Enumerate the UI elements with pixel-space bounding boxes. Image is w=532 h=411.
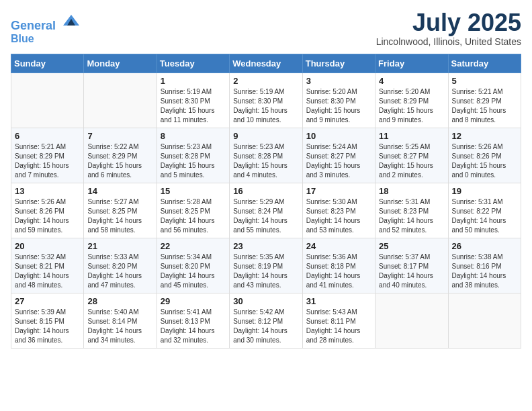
calendar-cell: 3Sunrise: 5:20 AMSunset: 8:30 PMDaylight…: [302, 73, 375, 128]
day-info: Sunrise: 5:38 AMSunset: 8:16 PMDaylight:…: [452, 253, 517, 290]
day-info: Sunrise: 5:40 AMSunset: 8:14 PMDaylight:…: [87, 308, 152, 345]
calendar-cell: 25Sunrise: 5:37 AMSunset: 8:17 PMDayligh…: [375, 238, 448, 293]
calendar-week-1: 1Sunrise: 5:19 AMSunset: 8:30 PMDaylight…: [11, 73, 521, 128]
day-number: 4: [379, 76, 444, 86]
day-info: Sunrise: 5:22 AMSunset: 8:29 PMDaylight:…: [87, 142, 152, 180]
day-info: Sunrise: 5:37 AMSunset: 8:17 PMDaylight:…: [379, 253, 444, 290]
calendar-week-5: 27Sunrise: 5:39 AMSunset: 8:15 PMDayligh…: [11, 293, 521, 349]
day-number: 18: [379, 186, 444, 196]
col-header-tuesday: Tuesday: [157, 54, 229, 73]
col-header-sunday: Sunday: [11, 54, 84, 73]
day-number: 9: [233, 131, 298, 141]
day-number: 12: [452, 131, 517, 141]
day-info: Sunrise: 5:25 AMSunset: 8:27 PMDaylight:…: [379, 142, 444, 180]
logo-blue: Blue: [11, 33, 81, 45]
logo: General Blue: [11, 11, 81, 44]
day-number: 7: [87, 131, 152, 141]
calendar-cell: 22Sunrise: 5:34 AMSunset: 8:20 PMDayligh…: [157, 238, 229, 293]
day-info: Sunrise: 5:26 AMSunset: 8:26 PMDaylight:…: [15, 197, 80, 235]
day-number: 24: [306, 241, 371, 251]
day-number: 6: [15, 131, 80, 141]
calendar-cell: [448, 293, 521, 349]
day-number: 30: [233, 296, 298, 306]
day-number: 21: [87, 241, 152, 251]
day-number: 27: [15, 296, 80, 306]
location: Lincolnwood, Illinois, United States: [376, 36, 521, 47]
calendar-cell: 14Sunrise: 5:27 AMSunset: 8:25 PMDayligh…: [84, 183, 157, 238]
day-info: Sunrise: 5:21 AMSunset: 8:29 PMDaylight:…: [452, 87, 517, 125]
day-number: 17: [306, 186, 371, 196]
calendar-cell: 4Sunrise: 5:20 AMSunset: 8:29 PMDaylight…: [375, 73, 448, 128]
calendar-cell: 9Sunrise: 5:23 AMSunset: 8:28 PMDaylight…: [230, 128, 302, 183]
day-info: Sunrise: 5:30 AMSunset: 8:23 PMDaylight:…: [306, 197, 371, 235]
calendar-cell: 1Sunrise: 5:19 AMSunset: 8:30 PMDaylight…: [157, 73, 229, 128]
day-info: Sunrise: 5:29 AMSunset: 8:24 PMDaylight:…: [233, 197, 298, 235]
calendar-cell: 6Sunrise: 5:21 AMSunset: 8:29 PMDaylight…: [11, 128, 84, 183]
calendar-cell: 18Sunrise: 5:31 AMSunset: 8:23 PMDayligh…: [375, 183, 448, 238]
day-number: 15: [161, 186, 226, 196]
calendar-cell: 15Sunrise: 5:28 AMSunset: 8:25 PMDayligh…: [157, 183, 229, 238]
day-info: Sunrise: 5:42 AMSunset: 8:12 PMDaylight:…: [233, 308, 298, 345]
calendar-week-2: 6Sunrise: 5:21 AMSunset: 8:29 PMDaylight…: [11, 128, 521, 183]
calendar-cell: 27Sunrise: 5:39 AMSunset: 8:15 PMDayligh…: [11, 293, 84, 349]
day-info: Sunrise: 5:23 AMSunset: 8:28 PMDaylight:…: [161, 142, 226, 180]
day-info: Sunrise: 5:43 AMSunset: 8:11 PMDaylight:…: [306, 308, 371, 345]
calendar-cell: 19Sunrise: 5:31 AMSunset: 8:22 PMDayligh…: [448, 183, 521, 238]
calendar-cell: 29Sunrise: 5:41 AMSunset: 8:13 PMDayligh…: [157, 293, 229, 349]
calendar-cell: 2Sunrise: 5:19 AMSunset: 8:30 PMDaylight…: [230, 73, 302, 128]
logo-text: General: [11, 11, 81, 33]
calendar-cell: 28Sunrise: 5:40 AMSunset: 8:14 PMDayligh…: [84, 293, 157, 349]
day-info: Sunrise: 5:31 AMSunset: 8:23 PMDaylight:…: [379, 197, 444, 235]
day-info: Sunrise: 5:36 AMSunset: 8:18 PMDaylight:…: [306, 253, 371, 290]
day-number: 31: [306, 296, 371, 306]
day-number: 1: [161, 76, 226, 86]
calendar-week-3: 13Sunrise: 5:26 AMSunset: 8:26 PMDayligh…: [11, 183, 521, 238]
day-info: Sunrise: 5:28 AMSunset: 8:25 PMDaylight:…: [161, 197, 226, 235]
day-number: 29: [161, 296, 226, 306]
day-number: 11: [379, 131, 444, 141]
calendar-cell: 30Sunrise: 5:42 AMSunset: 8:12 PMDayligh…: [230, 293, 302, 349]
day-info: Sunrise: 5:23 AMSunset: 8:28 PMDaylight:…: [233, 142, 298, 180]
day-info: Sunrise: 5:20 AMSunset: 8:30 PMDaylight:…: [306, 87, 371, 125]
day-number: 13: [15, 186, 80, 196]
calendar-cell: 7Sunrise: 5:22 AMSunset: 8:29 PMDaylight…: [84, 128, 157, 183]
title-block: July 2025 Lincolnwood, Illinois, United …: [376, 11, 521, 47]
day-info: Sunrise: 5:26 AMSunset: 8:26 PMDaylight:…: [452, 142, 517, 180]
page-header: General Blue July 2025 Lincolnwood, Illi…: [11, 11, 521, 47]
day-number: 2: [233, 76, 298, 86]
col-header-thursday: Thursday: [302, 54, 375, 73]
day-info: Sunrise: 5:34 AMSunset: 8:20 PMDaylight:…: [161, 253, 226, 290]
day-number: 19: [452, 186, 517, 196]
calendar-cell: 23Sunrise: 5:35 AMSunset: 8:19 PMDayligh…: [230, 238, 302, 293]
day-number: 16: [233, 186, 298, 196]
day-info: Sunrise: 5:33 AMSunset: 8:20 PMDaylight:…: [87, 253, 152, 290]
logo-general: General: [11, 19, 56, 32]
day-info: Sunrise: 5:41 AMSunset: 8:13 PMDaylight:…: [161, 308, 226, 345]
calendar-cell: 16Sunrise: 5:29 AMSunset: 8:24 PMDayligh…: [230, 183, 302, 238]
col-header-saturday: Saturday: [448, 54, 521, 73]
day-number: 26: [452, 241, 517, 251]
day-number: 3: [306, 76, 371, 86]
calendar-cell: 10Sunrise: 5:24 AMSunset: 8:27 PMDayligh…: [302, 128, 375, 183]
calendar-cell: 12Sunrise: 5:26 AMSunset: 8:26 PMDayligh…: [448, 128, 521, 183]
calendar-cell: 5Sunrise: 5:21 AMSunset: 8:29 PMDaylight…: [448, 73, 521, 128]
calendar-week-4: 20Sunrise: 5:32 AMSunset: 8:21 PMDayligh…: [11, 238, 521, 293]
calendar-cell: 8Sunrise: 5:23 AMSunset: 8:28 PMDaylight…: [157, 128, 229, 183]
day-number: 10: [306, 131, 371, 141]
col-header-monday: Monday: [84, 54, 157, 73]
calendar-cell: 20Sunrise: 5:32 AMSunset: 8:21 PMDayligh…: [11, 238, 84, 293]
day-info: Sunrise: 5:20 AMSunset: 8:29 PMDaylight:…: [379, 87, 444, 125]
day-number: 14: [87, 186, 152, 196]
day-number: 28: [87, 296, 152, 306]
calendar-cell: 21Sunrise: 5:33 AMSunset: 8:20 PMDayligh…: [84, 238, 157, 293]
calendar-header-row: SundayMondayTuesdayWednesdayThursdayFrid…: [11, 54, 521, 73]
calendar-cell: [84, 73, 157, 128]
day-info: Sunrise: 5:27 AMSunset: 8:25 PMDaylight:…: [87, 197, 152, 235]
day-number: 20: [15, 241, 80, 251]
calendar-cell: [11, 73, 84, 128]
calendar-cell: 24Sunrise: 5:36 AMSunset: 8:18 PMDayligh…: [302, 238, 375, 293]
day-info: Sunrise: 5:19 AMSunset: 8:30 PMDaylight:…: [161, 87, 226, 125]
day-number: 25: [379, 241, 444, 251]
calendar-cell: 11Sunrise: 5:25 AMSunset: 8:27 PMDayligh…: [375, 128, 448, 183]
day-number: 22: [161, 241, 226, 251]
